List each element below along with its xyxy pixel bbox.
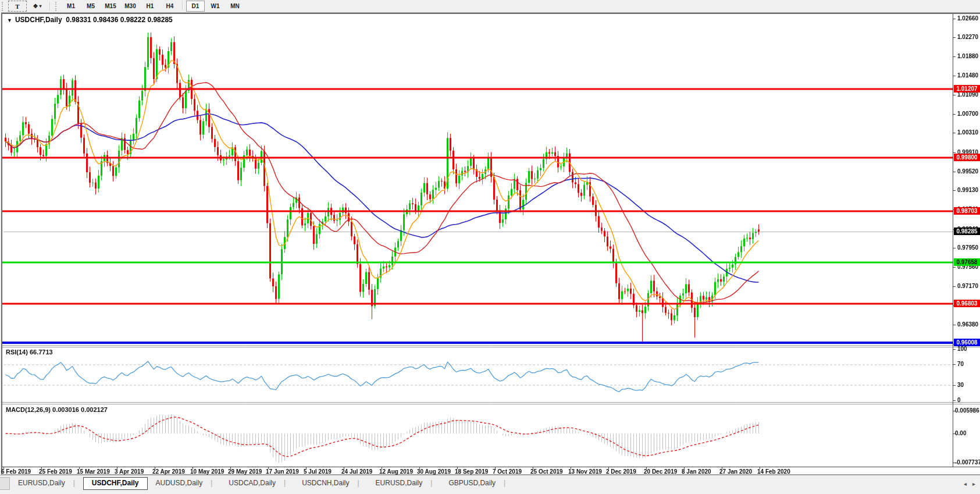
chart-tab-usdchf-1[interactable]: USDCHF,Daily — [83, 477, 148, 490]
timeframe-button-h1[interactable]: H1 — [141, 1, 159, 12]
timeframe-button-m30[interactable]: M30 — [121, 1, 140, 12]
mt4-window: { "toolbar": { "text_tool_label": "T", "… — [0, 0, 980, 494]
arrange-windows-icon: ❖ — [33, 3, 38, 9]
timeframe-button-d1[interactable]: D1 — [186, 1, 205, 12]
tab-divider: | — [357, 479, 359, 487]
timeframe-button-mn[interactable]: MN — [226, 1, 244, 12]
toolbar-separator — [49, 2, 51, 11]
timeframe-button-group: M1M5M15M30H1H4D1W1MN — [62, 1, 244, 12]
chevron-down-icon[interactable]: ▾ — [39, 3, 41, 9]
timeframe-button-m15[interactable]: M15 — [101, 1, 120, 12]
top-toolbar: T ❖ ▾ M1M5M15M30H1H4D1W1MN — [0, 0, 980, 12]
toolbar-grip[interactable] — [2, 2, 5, 11]
timeframe-button-m1[interactable]: M1 — [62, 1, 80, 12]
chart-tab-audusd-2[interactable]: AUDUSD,Daily| — [148, 477, 221, 489]
tab-scroll-arrows: ◂ ▸ — [964, 481, 975, 487]
text-tool-button[interactable]: T — [8, 1, 27, 12]
toolbar-separator — [182, 1, 183, 10]
scroll-tabs-right-icon[interactable]: ▸ — [972, 481, 975, 487]
chart-tab-usdcnh-4[interactable]: USDCNH,Daily| — [294, 477, 367, 489]
timeframe-button-w1[interactable]: W1 — [206, 1, 224, 12]
chart-tab-usdcad-3[interactable]: USDCAD,Daily| — [220, 477, 294, 489]
chart-tab-bar: EURUSD,Daily|USDCHF,DailyAUDUSD,Daily|US… — [0, 475, 980, 494]
price-chart-canvas[interactable] — [0, 0, 980, 494]
timeframe-button-m5[interactable]: M5 — [81, 1, 100, 12]
arrange-windows-button[interactable]: ❖ ▾ — [28, 1, 47, 12]
tab-strip-notch — [0, 477, 10, 490]
tab-divider: | — [211, 479, 212, 487]
chart-tab-eurusd-5[interactable]: EURUSD,Daily| — [368, 477, 441, 489]
tab-divider: | — [430, 479, 432, 487]
tab-divider: | — [504, 479, 505, 487]
chart-tab-eurusd-0[interactable]: EURUSD,Daily| — [10, 477, 83, 489]
tab-divider: | — [284, 479, 286, 487]
chart-tab-gbpusd-6[interactable]: GBPUSD,Daily| — [440, 477, 514, 489]
tab-divider: | — [73, 479, 75, 487]
toolbar-grip[interactable] — [55, 2, 59, 11]
tabs-holder: EURUSD,Daily|USDCHF,DailyAUDUSD,Daily|US… — [10, 475, 514, 490]
timeframe-button-h4[interactable]: H4 — [161, 1, 179, 12]
scroll-tabs-left-icon[interactable]: ◂ — [964, 481, 967, 487]
